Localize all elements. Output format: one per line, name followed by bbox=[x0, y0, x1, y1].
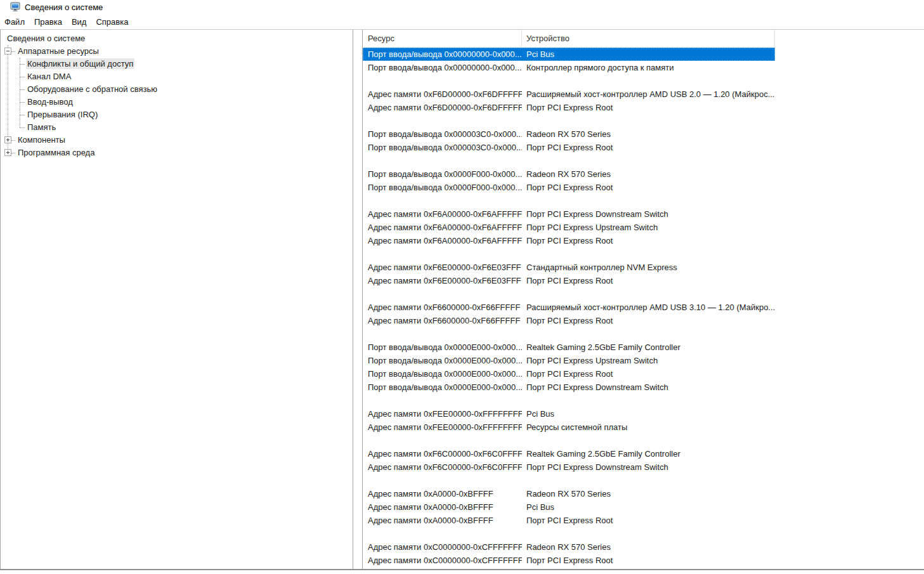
tree-item-dma-channel[interactable]: Канал DMA bbox=[1, 70, 353, 83]
resource-cell: Адрес памяти 0xC0000000-0xCFFFFFFF bbox=[363, 540, 522, 554]
device-cell: Порт PCI Express Root bbox=[522, 181, 775, 194]
table-row[interactable]: Порт ввода/вывода 0x00000000-0x000... Pc… bbox=[363, 48, 775, 61]
menu-bar: ФайлПравкаВидСправка bbox=[0, 14, 924, 29]
table-row-separator bbox=[363, 474, 775, 487]
table-row[interactable]: Порт ввода/вывода 0x000003C0-0x000... Ra… bbox=[363, 127, 775, 141]
tree-item-conflicts-sharing[interactable]: Конфликты и общий доступ bbox=[1, 58, 353, 70]
table-row[interactable]: Порт ввода/вывода 0x0000E000-0x000... По… bbox=[363, 354, 775, 367]
column-header-device[interactable]: Устройство bbox=[522, 30, 775, 48]
table-row[interactable]: Порт ввода/вывода 0x0000F000-0x000... По… bbox=[363, 181, 775, 194]
tree-item-label: Сведения о системе bbox=[6, 33, 86, 44]
tree-item-label: Компоненты bbox=[16, 134, 67, 145]
resource-cell: Порт ввода/вывода 0x0000E000-0x000... bbox=[363, 381, 522, 394]
table-row[interactable]: Адрес памяти 0xF6C00000-0xF6C0FFFF Realt… bbox=[363, 447, 775, 460]
resource-cell: Адрес памяти 0xC0000000-0xCFFFFFFF bbox=[363, 554, 522, 567]
device-cell: Pci Bus bbox=[522, 500, 775, 514]
table-row-separator bbox=[363, 394, 775, 407]
pane-splitter[interactable] bbox=[353, 30, 362, 569]
menu-item-edit[interactable]: Правка bbox=[34, 16, 63, 28]
table-row[interactable]: Порт ввода/вывода 0x0000F000-0x000... Ra… bbox=[363, 167, 775, 181]
table-row[interactable]: Адрес памяти 0xA0000-0xBFFFF Pci Bus bbox=[363, 500, 775, 514]
resource-cell: Адрес памяти 0xFEE00000-0xFFFFFFFF bbox=[363, 407, 522, 421]
table-row[interactable]: Адрес памяти 0xF6A00000-0xF6AFFFFF Порт … bbox=[363, 207, 775, 221]
table-row[interactable]: Адрес памяти 0xF6A00000-0xF6AFFFFF Порт … bbox=[363, 234, 775, 247]
table-row[interactable]: Адрес памяти 0xC0000000-0xCFFFFFFF Radeo… bbox=[363, 540, 775, 554]
tree-item-memory[interactable]: Память bbox=[1, 121, 353, 134]
resource-cell: Адрес памяти 0xF6D00000-0xF6DFFFFF bbox=[363, 88, 522, 101]
table-row-separator bbox=[363, 247, 775, 261]
system-info-icon bbox=[10, 2, 20, 12]
table-row[interactable]: Адрес памяти 0xFEE00000-0xFFFFFFFF Pci B… bbox=[363, 407, 775, 421]
menu-item-view[interactable]: Вид bbox=[71, 16, 88, 28]
table-row-separator bbox=[363, 434, 775, 447]
table-row[interactable]: Порт ввода/вывода 0x0000E000-0x000... Re… bbox=[363, 341, 775, 354]
resource-cell: Адрес памяти 0xF6E00000-0xF6E03FFF bbox=[363, 261, 522, 274]
menu-item-file[interactable]: Файл bbox=[4, 16, 25, 28]
device-cell: Порт PCI Express Root bbox=[522, 554, 775, 567]
table-row[interactable]: Адрес памяти 0xF6D00000-0xF6DFFFFF Расши… bbox=[363, 88, 775, 101]
resource-cell: Порт ввода/вывода 0x0000E000-0x000... bbox=[363, 367, 522, 381]
device-cell: Ресурсы системной платы bbox=[522, 421, 775, 434]
title-bar[interactable]: Сведения о системе bbox=[0, 0, 924, 14]
device-cell: Расширяемый хост-контроллер AMD USB 3.10… bbox=[522, 301, 775, 314]
table-row[interactable]: Порт ввода/вывода 0x000003C0-0x000... По… bbox=[363, 141, 775, 154]
tree-item-label: Ввод-вывод bbox=[26, 96, 74, 107]
device-cell: Порт PCI Express Upstream Switch bbox=[522, 221, 775, 234]
device-cell: Порт PCI Express Downstream Switch bbox=[522, 381, 775, 394]
menu-item-help[interactable]: Справка bbox=[95, 16, 129, 28]
table-row[interactable]: Адрес памяти 0xFEE00000-0xFFFFFFFF Ресур… bbox=[363, 421, 775, 434]
expand-icon[interactable] bbox=[4, 136, 11, 143]
tree-item-forced-hardware[interactable]: Оборудование с обратной связью bbox=[1, 83, 353, 96]
table-row[interactable]: Адрес памяти 0xF6A00000-0xF6AFFFFF Порт … bbox=[363, 221, 775, 234]
table-row[interactable]: Адрес памяти 0xF6600000-0xF66FFFFF Порт … bbox=[363, 314, 775, 327]
device-cell: Realtek Gaming 2.5GbE Family Controller bbox=[522, 447, 775, 460]
table-row[interactable]: Адрес памяти 0xF6E00000-0xF6E03FFF Станд… bbox=[363, 261, 775, 274]
resource-cell: Адрес памяти 0xF6A00000-0xF6AFFFFF bbox=[363, 234, 522, 247]
device-cell: Radeon RX 570 Series bbox=[522, 127, 775, 141]
resource-list-pane: Ресурс Устройство Порт ввода/вывода 0x00… bbox=[362, 30, 924, 569]
table-row[interactable]: Адрес памяти 0xF6D00000-0xF6DFFFFF Порт … bbox=[363, 101, 775, 114]
tree-item-label: Конфликты и общий доступ bbox=[26, 58, 134, 69]
device-cell: Порт PCI Express Root bbox=[522, 314, 775, 327]
tree-item-software-environment[interactable]: Программная среда bbox=[1, 147, 353, 159]
resource-cell: Адрес памяти 0xFEE00000-0xFFFFFFFF bbox=[363, 421, 522, 434]
table-row[interactable]: Адрес памяти 0xF6C00000-0xF6C0FFFF Порт … bbox=[363, 460, 775, 474]
device-cell: Порт PCI Express Root bbox=[522, 234, 775, 247]
table-row[interactable]: Адрес памяти 0xF6E00000-0xF6E03FFF Порт … bbox=[363, 274, 775, 287]
resource-cell: Адрес памяти 0xF6C00000-0xF6C0FFFF bbox=[363, 447, 522, 460]
table-row-separator bbox=[363, 154, 775, 167]
collapse-icon[interactable] bbox=[4, 48, 11, 55]
column-header-resource[interactable]: Ресурс bbox=[363, 30, 522, 48]
table-row[interactable]: Адрес памяти 0xA0000-0xBFFFF Radeon RX 5… bbox=[363, 487, 775, 500]
tree-item-label: Оборудование с обратной связью bbox=[26, 84, 159, 95]
device-cell: Порт PCI Express Root bbox=[522, 514, 775, 527]
table-row-separator bbox=[363, 114, 775, 127]
table-row-separator bbox=[363, 287, 775, 301]
table-row[interactable]: Порт ввода/вывода 0x0000E000-0x000... По… bbox=[363, 367, 775, 381]
resource-cell: Порт ввода/вывода 0x0000F000-0x000... bbox=[363, 181, 522, 194]
tree-item-hardware-resources[interactable]: Аппаратные ресурсы bbox=[1, 45, 353, 58]
resource-cell: Порт ввода/вывода 0x0000E000-0x000... bbox=[363, 341, 522, 354]
device-cell: Realtek Gaming 2.5GbE Family Controller bbox=[522, 341, 775, 354]
listview-body: Порт ввода/вывода 0x00000000-0x000... Pc… bbox=[363, 48, 924, 567]
table-row[interactable]: Адрес памяти 0xC0000000-0xCFFFFFFF Порт … bbox=[363, 554, 775, 567]
resource-cell: Порт ввода/вывода 0x00000000-0x000... bbox=[363, 48, 522, 61]
tree-item-components[interactable]: Компоненты bbox=[1, 134, 353, 147]
expand-icon[interactable] bbox=[4, 149, 11, 156]
tree-item-system-summary[interactable]: Сведения о системе bbox=[1, 32, 353, 45]
device-cell: Pci Bus bbox=[522, 48, 775, 61]
resource-cell: Порт ввода/вывода 0x00000000-0x000... bbox=[363, 61, 522, 74]
device-cell: Порт PCI Express Downstream Switch bbox=[522, 207, 775, 221]
device-cell: Порт PCI Express Upstream Switch bbox=[522, 354, 775, 367]
tree-item-label: Канал DMA bbox=[26, 71, 72, 82]
device-cell: Расширяемый хост-контроллер AMD USB 2.0 … bbox=[522, 88, 775, 101]
table-row[interactable]: Порт ввода/вывода 0x0000E000-0x000... По… bbox=[363, 381, 775, 394]
table-row[interactable]: Адрес памяти 0xA0000-0xBFFFF Порт PCI Ex… bbox=[363, 514, 775, 527]
table-row[interactable]: Адрес памяти 0xF6600000-0xF66FFFFF Расши… bbox=[363, 301, 775, 314]
resource-cell: Порт ввода/вывода 0x0000E000-0x000... bbox=[363, 354, 522, 367]
resource-cell: Адрес памяти 0xA0000-0xBFFFF bbox=[363, 487, 522, 500]
tree-item-irq[interactable]: Прерывания (IRQ) bbox=[1, 108, 353, 121]
tree-item-input-output[interactable]: Ввод-вывод bbox=[1, 96, 353, 108]
resource-cell: Порт ввода/вывода 0x0000F000-0x000... bbox=[363, 167, 522, 181]
table-row[interactable]: Порт ввода/вывода 0x00000000-0x000... Ко… bbox=[363, 61, 775, 74]
